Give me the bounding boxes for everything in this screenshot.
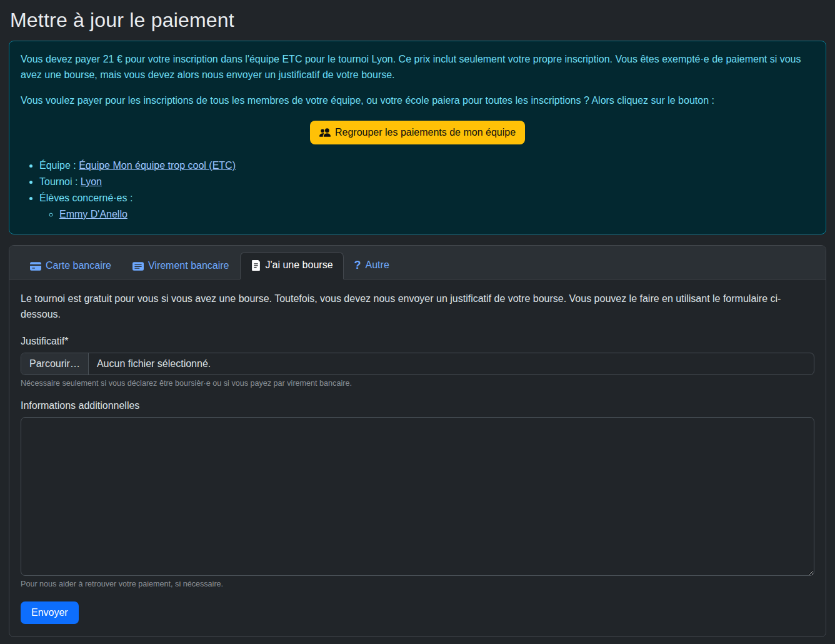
additional-info-help-text: Pour nous aider à retrouver votre paieme… bbox=[21, 580, 814, 588]
group-payments-button[interactable]: Regrouper les paiements de mon équipe bbox=[310, 121, 525, 144]
student-link[interactable]: Emmy D'Anello bbox=[59, 209, 128, 219]
bourse-intro-text: Le tournoi est gratuit pour vous si vous… bbox=[21, 291, 814, 323]
justificatif-label: Justificatif* bbox=[21, 336, 814, 347]
list-item-student: Emmy D'Anello bbox=[59, 207, 814, 222]
page-title: Mettre à jour le paiement bbox=[10, 9, 826, 32]
list-item-students: Élèves concerné·es : Emmy D'Anello bbox=[39, 191, 814, 222]
payment-info-alert: Vous devez payer 21 € pour votre inscrip… bbox=[9, 41, 826, 234]
tab-label: Virement bancaire bbox=[148, 259, 229, 273]
list-item-tournament: Tournoi : Lyon bbox=[39, 174, 814, 189]
people-icon bbox=[319, 127, 331, 138]
alert-paragraph-price: Vous devez payer 21 € pour votre inscrip… bbox=[21, 52, 814, 83]
additional-info-label: Informations additionnelles bbox=[21, 400, 814, 411]
team-link[interactable]: Équipe Mon équipe trop cool (ETC) bbox=[79, 160, 236, 171]
tab-jai-une-bourse[interactable]: J'ai une bourse bbox=[240, 252, 344, 279]
file-text-icon bbox=[251, 260, 261, 271]
tab-autre[interactable]: ? Autre bbox=[344, 251, 400, 279]
tab-carte-bancaire[interactable]: Carte bancaire bbox=[19, 253, 122, 279]
justificatif-help-text: Nécessaire seulement si vous déclarez êt… bbox=[21, 379, 814, 388]
submit-button[interactable]: Envoyer bbox=[21, 601, 79, 624]
group-payments-button-label: Regrouper les paiements de mon équipe bbox=[335, 126, 516, 138]
credit-card-icon bbox=[30, 261, 41, 272]
justificatif-file-input[interactable]: Parcourir… Aucun fichier sélectionné. bbox=[21, 353, 814, 375]
group-button-row: Regrouper les paiements de mon équipe bbox=[21, 121, 814, 144]
bank-lines-icon bbox=[132, 261, 144, 272]
payment-tabs: Carte bancaire Virement bancaire bbox=[19, 251, 816, 279]
tab-virement-bancaire[interactable]: Virement bancaire bbox=[122, 253, 240, 279]
students-label: Élèves concerné·es : bbox=[39, 193, 132, 203]
alert-paragraph-group: Vous voulez payer pour les inscriptions … bbox=[21, 93, 814, 109]
tab-label: Carte bancaire bbox=[46, 259, 111, 273]
payment-update-page: Mettre à jour le paiement Vous devez pay… bbox=[0, 0, 835, 644]
payment-tabs-header: Carte bancaire Virement bancaire bbox=[9, 246, 826, 279]
question-mark-icon: ? bbox=[354, 258, 361, 273]
bourse-tab-panel: Le tournoi est gratuit pour vous si vous… bbox=[9, 279, 826, 637]
team-label: Équipe : bbox=[39, 160, 76, 171]
browse-button[interactable]: Parcourir… bbox=[21, 353, 89, 375]
file-status-text: Aucun fichier sélectionné. bbox=[89, 353, 814, 375]
students-sublist: Emmy D'Anello bbox=[39, 207, 814, 222]
tab-label: Autre bbox=[366, 258, 389, 272]
tab-label: J'ai une bourse bbox=[266, 258, 333, 272]
payment-method-card: Carte bancaire Virement bancaire bbox=[9, 245, 826, 638]
tournament-label: Tournoi : bbox=[39, 176, 78, 187]
registration-summary-list: Équipe : Équipe Mon équipe trop cool (ET… bbox=[21, 158, 814, 222]
tournament-link[interactable]: Lyon bbox=[81, 176, 102, 187]
list-item-team: Équipe : Équipe Mon équipe trop cool (ET… bbox=[39, 158, 814, 173]
additional-info-textarea[interactable] bbox=[21, 417, 814, 576]
